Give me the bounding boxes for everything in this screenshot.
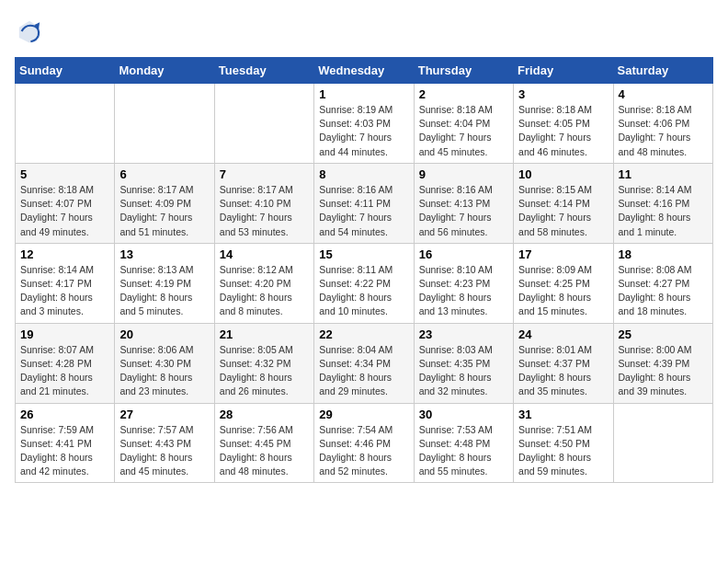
day-number: 4: [619, 87, 708, 101]
calendar-cell: 13Sunrise: 8:13 AM Sunset: 4:19 PM Dayli…: [115, 243, 214, 323]
day-info: Sunrise: 8:18 AM Sunset: 4:04 PM Dayligh…: [419, 103, 508, 159]
calendar-cell: [214, 84, 313, 164]
logo-icon: [17, 18, 42, 44]
weekday-header-tuesday: Tuesday: [214, 58, 313, 84]
day-info: Sunrise: 8:07 AM Sunset: 4:28 PM Dayligh…: [20, 343, 109, 399]
calendar-cell: 14Sunrise: 8:12 AM Sunset: 4:20 PM Dayli…: [214, 243, 313, 323]
day-info: Sunrise: 8:00 AM Sunset: 4:39 PM Dayligh…: [619, 343, 708, 399]
day-number: 12: [20, 247, 109, 261]
day-info: Sunrise: 8:18 AM Sunset: 4:06 PM Dayligh…: [619, 103, 708, 159]
day-info: Sunrise: 7:51 AM Sunset: 4:50 PM Dayligh…: [518, 423, 608, 479]
weekday-header-row: SundayMondayTuesdayWednesdayThursdayFrid…: [16, 58, 713, 84]
calendar-cell: 8Sunrise: 8:16 AM Sunset: 4:11 PM Daylig…: [314, 163, 414, 243]
calendar-cell: 23Sunrise: 8:03 AM Sunset: 4:35 PM Dayli…: [414, 323, 513, 403]
day-info: Sunrise: 8:03 AM Sunset: 4:35 PM Dayligh…: [419, 343, 508, 399]
calendar-cell: 26Sunrise: 7:59 AM Sunset: 4:41 PM Dayli…: [16, 403, 115, 483]
day-info: Sunrise: 7:53 AM Sunset: 4:48 PM Dayligh…: [419, 423, 508, 479]
day-info: Sunrise: 8:11 AM Sunset: 4:22 PM Dayligh…: [319, 263, 408, 319]
day-info: Sunrise: 8:05 AM Sunset: 4:32 PM Dayligh…: [220, 343, 309, 399]
day-info: Sunrise: 8:09 AM Sunset: 4:25 PM Dayligh…: [518, 263, 608, 319]
calendar-cell: 18Sunrise: 8:08 AM Sunset: 4:27 PM Dayli…: [613, 243, 712, 323]
day-info: Sunrise: 8:15 AM Sunset: 4:14 PM Dayligh…: [518, 183, 608, 239]
day-number: 24: [518, 327, 608, 341]
day-info: Sunrise: 8:17 AM Sunset: 4:10 PM Dayligh…: [220, 183, 309, 239]
calendar-cell: 10Sunrise: 8:15 AM Sunset: 4:14 PM Dayli…: [514, 163, 613, 243]
day-info: Sunrise: 8:14 AM Sunset: 4:17 PM Dayligh…: [20, 263, 109, 319]
calendar-cell: 31Sunrise: 7:51 AM Sunset: 4:50 PM Dayli…: [514, 403, 613, 483]
calendar-cell: 6Sunrise: 8:17 AM Sunset: 4:09 PM Daylig…: [115, 163, 214, 243]
day-number: 2: [419, 87, 508, 101]
day-info: Sunrise: 8:16 AM Sunset: 4:13 PM Dayligh…: [419, 183, 508, 239]
day-number: 3: [518, 87, 608, 101]
logo: [15, 18, 42, 48]
calendar-cell: 22Sunrise: 8:04 AM Sunset: 4:34 PM Dayli…: [314, 323, 414, 403]
day-info: Sunrise: 8:14 AM Sunset: 4:16 PM Dayligh…: [619, 183, 708, 239]
day-number: 25: [619, 327, 708, 341]
day-number: 19: [20, 327, 109, 341]
calendar-cell: 9Sunrise: 8:16 AM Sunset: 4:13 PM Daylig…: [414, 163, 513, 243]
day-info: Sunrise: 8:08 AM Sunset: 4:27 PM Dayligh…: [619, 263, 708, 319]
day-info: Sunrise: 7:54 AM Sunset: 4:46 PM Dayligh…: [319, 423, 408, 479]
calendar-table: SundayMondayTuesdayWednesdayThursdayFrid…: [15, 57, 713, 483]
day-number: 1: [319, 87, 408, 101]
day-number: 28: [220, 408, 309, 421]
calendar-cell: 1Sunrise: 8:19 AM Sunset: 4:03 PM Daylig…: [314, 84, 414, 164]
calendar-week-2: 5Sunrise: 8:18 AM Sunset: 4:07 PM Daylig…: [16, 163, 713, 243]
calendar-week-5: 26Sunrise: 7:59 AM Sunset: 4:41 PM Dayli…: [16, 403, 713, 483]
day-info: Sunrise: 8:06 AM Sunset: 4:30 PM Dayligh…: [119, 343, 209, 399]
day-number: 15: [319, 247, 408, 261]
day-info: Sunrise: 8:16 AM Sunset: 4:11 PM Dayligh…: [319, 183, 408, 239]
day-number: 14: [220, 247, 309, 261]
calendar-cell: [115, 84, 214, 164]
page-header: [15, 15, 713, 48]
day-number: 6: [119, 167, 209, 181]
day-info: Sunrise: 8:18 AM Sunset: 4:07 PM Dayligh…: [20, 183, 109, 239]
calendar-cell: 21Sunrise: 8:05 AM Sunset: 4:32 PM Dayli…: [214, 323, 313, 403]
day-number: 7: [220, 167, 309, 181]
calendar-cell: [16, 84, 115, 164]
day-number: 13: [119, 247, 209, 261]
calendar-cell: 4Sunrise: 8:18 AM Sunset: 4:06 PM Daylig…: [613, 84, 712, 164]
day-number: 20: [119, 327, 209, 341]
calendar-week-4: 19Sunrise: 8:07 AM Sunset: 4:28 PM Dayli…: [16, 323, 713, 403]
calendar-cell: 5Sunrise: 8:18 AM Sunset: 4:07 PM Daylig…: [16, 163, 115, 243]
day-number: 10: [518, 167, 608, 181]
weekday-header-monday: Monday: [115, 58, 214, 84]
day-number: 5: [20, 167, 109, 181]
calendar-cell: 17Sunrise: 8:09 AM Sunset: 4:25 PM Dayli…: [514, 243, 613, 323]
weekday-header-sunday: Sunday: [16, 58, 115, 84]
calendar-week-1: 1Sunrise: 8:19 AM Sunset: 4:03 PM Daylig…: [16, 84, 713, 164]
day-number: 18: [619, 247, 708, 261]
calendar-cell: 24Sunrise: 8:01 AM Sunset: 4:37 PM Dayli…: [514, 323, 613, 403]
day-info: Sunrise: 8:10 AM Sunset: 4:23 PM Dayligh…: [419, 263, 508, 319]
calendar-cell: 27Sunrise: 7:57 AM Sunset: 4:43 PM Dayli…: [115, 403, 214, 483]
day-info: Sunrise: 7:56 AM Sunset: 4:45 PM Dayligh…: [220, 423, 309, 479]
day-number: 26: [20, 408, 109, 421]
calendar-cell: 29Sunrise: 7:54 AM Sunset: 4:46 PM Dayli…: [314, 403, 414, 483]
calendar-cell: 28Sunrise: 7:56 AM Sunset: 4:45 PM Dayli…: [214, 403, 313, 483]
calendar-cell: [613, 403, 712, 483]
calendar-cell: 12Sunrise: 8:14 AM Sunset: 4:17 PM Dayli…: [16, 243, 115, 323]
weekday-header-thursday: Thursday: [414, 58, 513, 84]
weekday-header-saturday: Saturday: [613, 58, 712, 84]
day-number: 9: [419, 167, 508, 181]
day-info: Sunrise: 8:04 AM Sunset: 4:34 PM Dayligh…: [319, 343, 408, 399]
day-number: 21: [220, 327, 309, 341]
calendar-cell: 20Sunrise: 8:06 AM Sunset: 4:30 PM Dayli…: [115, 323, 214, 403]
day-number: 31: [518, 408, 608, 421]
calendar-week-3: 12Sunrise: 8:14 AM Sunset: 4:17 PM Dayli…: [16, 243, 713, 323]
day-info: Sunrise: 8:19 AM Sunset: 4:03 PM Dayligh…: [319, 103, 408, 159]
day-number: 16: [419, 247, 508, 261]
calendar-cell: 2Sunrise: 8:18 AM Sunset: 4:04 PM Daylig…: [414, 84, 513, 164]
day-info: Sunrise: 8:17 AM Sunset: 4:09 PM Dayligh…: [119, 183, 209, 239]
calendar-cell: 15Sunrise: 8:11 AM Sunset: 4:22 PM Dayli…: [314, 243, 414, 323]
calendar-cell: 25Sunrise: 8:00 AM Sunset: 4:39 PM Dayli…: [613, 323, 712, 403]
calendar-cell: 30Sunrise: 7:53 AM Sunset: 4:48 PM Dayli…: [414, 403, 513, 483]
day-info: Sunrise: 8:12 AM Sunset: 4:20 PM Dayligh…: [220, 263, 309, 319]
weekday-header-friday: Friday: [514, 58, 613, 84]
calendar-cell: 19Sunrise: 8:07 AM Sunset: 4:28 PM Dayli…: [16, 323, 115, 403]
day-number: 23: [419, 327, 508, 341]
day-number: 22: [319, 327, 408, 341]
calendar-cell: 16Sunrise: 8:10 AM Sunset: 4:23 PM Dayli…: [414, 243, 513, 323]
calendar-cell: 3Sunrise: 8:18 AM Sunset: 4:05 PM Daylig…: [514, 84, 613, 164]
